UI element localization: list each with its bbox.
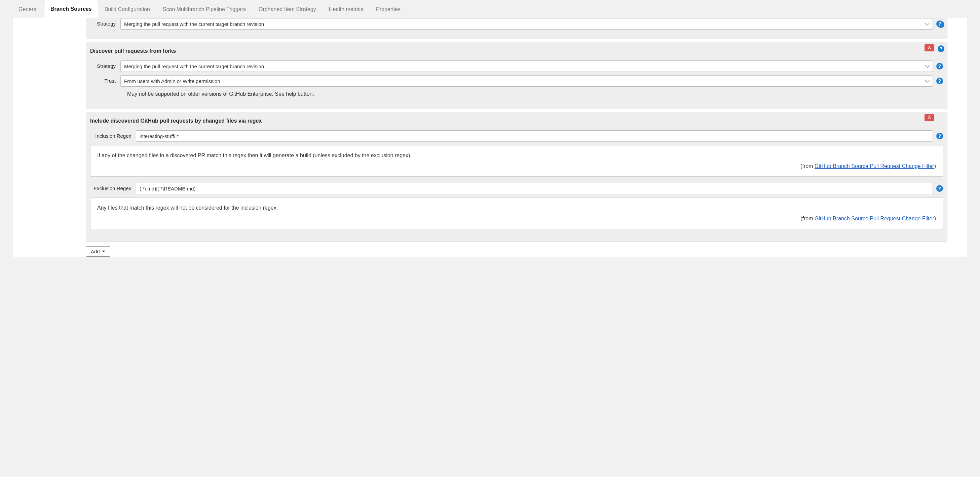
help-from-link[interactable]: GitHub Branch Source Pull Request Change…: [815, 216, 934, 221]
inclusion-help-box: If any of the changed files in a discove…: [90, 145, 943, 177]
tab-build-configuration[interactable]: Build Configuration: [98, 0, 156, 18]
chevron-down-icon: [102, 250, 105, 252]
help-from: (from GitHub Branch Source Pull Request …: [97, 215, 936, 223]
help-icon[interactable]: ?: [936, 78, 943, 84]
help-icon[interactable]: ?: [938, 45, 944, 52]
strategy-label: Strategy: [90, 18, 120, 28]
inclusion-regex-label: Inclusion Regex: [90, 130, 136, 140]
tab-scan-triggers[interactable]: Scan Multibranch Pipeline Triggers: [156, 0, 252, 18]
remove-button[interactable]: X: [924, 114, 934, 121]
help-from-link[interactable]: GitHub Branch Source Pull Request Change…: [815, 163, 934, 169]
discover-pr-origin-section: ? Strategy Merging the pull request with…: [86, 18, 947, 39]
trust-select[interactable]: From users with Admin or Write permissio…: [120, 75, 933, 87]
remove-button[interactable]: X: [924, 44, 934, 51]
inclusion-regex-input[interactable]: [136, 130, 933, 142]
tab-health[interactable]: Health metrics: [323, 0, 370, 18]
discover-pr-forks-section: X ? Discover pull requests from forks St…: [86, 42, 947, 109]
help-icon[interactable]: ?: [936, 133, 943, 139]
help-from: (from GitHub Branch Source Pull Request …: [97, 162, 936, 170]
strategy-select-origin[interactable]: Merging the pull request with the curren…: [120, 18, 933, 30]
config-tabs: General Branch Sources Build Configurati…: [4, 0, 976, 18]
tab-branch-sources[interactable]: Branch Sources: [44, 0, 98, 18]
add-button-label: Add: [91, 249, 100, 254]
tab-general[interactable]: General: [12, 0, 44, 18]
section-title-forks: Discover pull requests from forks: [90, 47, 943, 55]
help-icon[interactable]: ?: [936, 21, 943, 27]
trust-note: May not be supported on older versions o…: [127, 90, 933, 98]
exclusion-regex-label: Exclusion Regex: [90, 183, 136, 192]
exclusion-regex-input[interactable]: [136, 183, 933, 194]
exclusion-help-box: Any files that match this regex will not…: [90, 198, 943, 229]
exclusion-help-text: Any files that match this regex will not…: [97, 204, 936, 212]
strategy-label: Strategy: [90, 60, 120, 70]
strategy-select-forks[interactable]: Merging the pull request with the curren…: [120, 60, 933, 72]
add-behaviour-button[interactable]: Add: [86, 246, 110, 257]
tab-orphaned[interactable]: Orphaned Item Strategy: [252, 0, 323, 18]
help-icon[interactable]: ?: [936, 185, 943, 192]
help-icon[interactable]: ?: [936, 63, 943, 70]
regex-filter-section: X Include discovered GitHub pull request…: [86, 112, 947, 241]
trust-label: Trust: [90, 75, 120, 85]
section-title-regex: Include discovered GitHub pull requests …: [90, 117, 943, 125]
inclusion-help-text: If any of the changed files in a discove…: [97, 152, 936, 160]
tab-properties[interactable]: Properties: [370, 0, 407, 18]
